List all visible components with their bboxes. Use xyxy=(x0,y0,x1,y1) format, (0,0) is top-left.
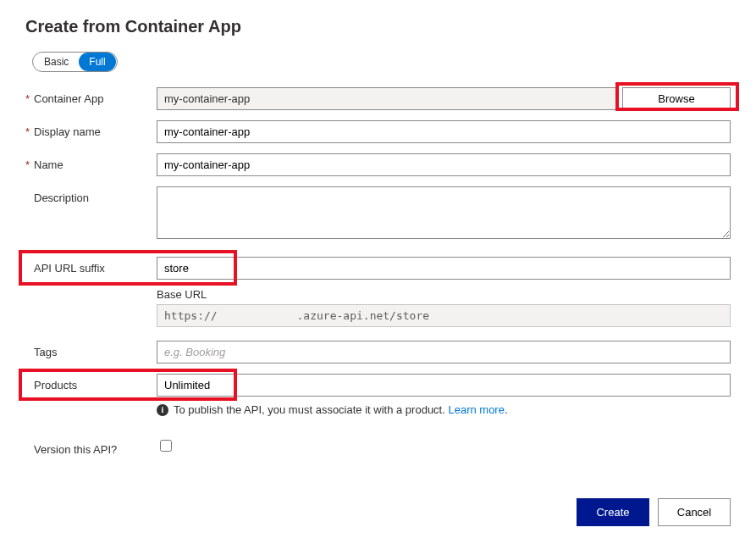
label-base-url: Base URL xyxy=(157,288,731,301)
label-container-app: Container App xyxy=(34,92,103,105)
label-name: Name xyxy=(34,158,63,171)
info-icon: i xyxy=(157,404,168,416)
required-marker: * xyxy=(25,158,34,171)
learn-more-link[interactable]: Learn more xyxy=(448,403,504,416)
toggle-basic[interactable]: Basic xyxy=(34,53,79,71)
label-tags: Tags xyxy=(34,346,57,358)
mode-toggle[interactable]: Basic Full xyxy=(32,52,118,72)
products-note-text: To publish the API, you must associate i… xyxy=(174,403,448,416)
label-version: Version this API? xyxy=(34,443,117,456)
label-display-name: Display name xyxy=(34,125,101,138)
base-url-display xyxy=(157,304,731,327)
label-api-url-suffix: API URL suffix xyxy=(34,262,105,275)
browse-button[interactable]: Browse xyxy=(622,87,731,110)
label-description: Description xyxy=(34,192,89,204)
display-name-input[interactable] xyxy=(157,120,731,143)
products-input[interactable] xyxy=(157,374,731,397)
tags-input[interactable] xyxy=(157,341,731,364)
cancel-button[interactable]: Cancel xyxy=(658,498,731,526)
name-input[interactable] xyxy=(157,153,731,176)
container-app-input[interactable] xyxy=(157,87,617,110)
description-input[interactable] xyxy=(157,186,731,239)
page-title: Create from Container App xyxy=(25,17,731,36)
create-button[interactable]: Create xyxy=(577,498,649,526)
toggle-full[interactable]: Full xyxy=(79,53,115,71)
required-marker: * xyxy=(25,125,34,138)
version-checkbox[interactable] xyxy=(160,440,172,452)
required-marker: * xyxy=(25,92,34,105)
api-url-suffix-input[interactable] xyxy=(157,257,731,280)
label-products: Products xyxy=(34,379,77,391)
